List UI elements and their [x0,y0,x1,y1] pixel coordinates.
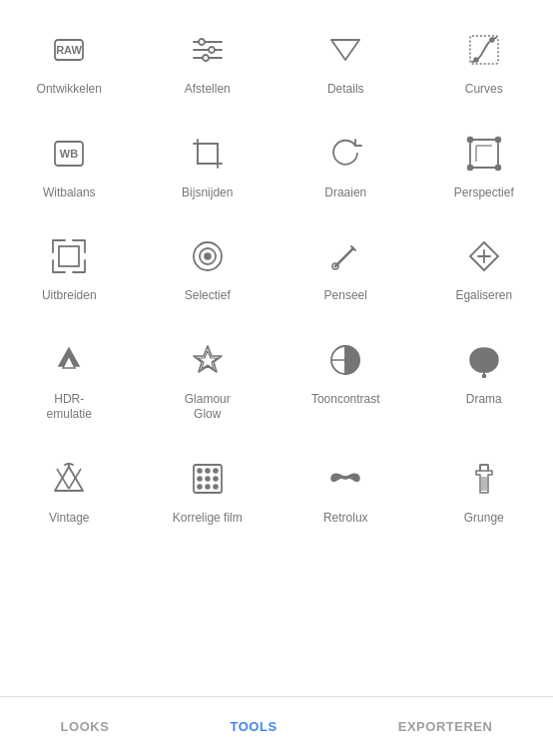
tool-label: HDR- emulatie [47,392,92,423]
tool-hdr-emulatie[interactable]: HDR- emulatie [0,320,139,439]
selective-icon [184,232,232,280]
tool-bijsnijden[interactable]: Bijsnijden [139,114,277,217]
raw-icon: RAW [45,26,93,74]
grain-icon [184,455,232,503]
tool-perspectief[interactable]: Perspectief [415,114,554,217]
svg-point-44 [206,469,210,473]
svg-marker-31 [194,346,222,372]
tool-drama[interactable]: Drama [415,320,554,439]
svg-point-25 [205,253,211,259]
tools-grid-container: RAW Ontwikkelen Afstellen [0,0,553,696]
tonecontrast-icon [321,336,369,384]
svg-marker-8 [331,40,359,60]
vintage-icon [45,455,93,503]
expand-icon [45,232,93,280]
retrolux-icon [321,455,369,503]
tool-label: Witbalans [43,186,96,201]
svg-rect-22 [59,246,79,266]
svg-point-47 [206,477,210,481]
svg-point-49 [198,485,202,489]
tool-tooncontrast[interactable]: Tooncontrast [276,320,415,439]
tool-details[interactable]: Details [276,10,415,114]
tool-label: Perspectief [454,186,514,201]
svg-point-11 [490,38,494,42]
svg-rect-52 [480,465,488,471]
tool-label: Drama [466,392,502,408]
tool-uitbreiden[interactable]: Uitbreiden [0,216,139,320]
tools-grid: RAW Ontwikkelen Afstellen [0,10,553,543]
tool-vintage[interactable]: Vintage [0,439,139,543]
tool-witbalans[interactable]: WB Witbalans [0,114,139,217]
tool-label: Uitbreiden [42,288,97,304]
svg-rect-14 [198,144,218,164]
healing-icon [460,232,508,280]
drama-icon [460,336,508,384]
tool-curves[interactable]: Curves [415,10,554,114]
wb-icon: WB [45,130,93,178]
svg-point-43 [198,469,202,473]
tool-afstellen[interactable]: Afstellen [139,10,277,114]
svg-point-51 [214,485,218,489]
perspective-icon [460,130,508,178]
tool-label: Bijsnijden [182,186,233,201]
tool-retrolux[interactable]: Retrolux [276,439,415,543]
tool-draaien[interactable]: Draaien [276,114,415,217]
svg-point-6 [209,47,215,53]
crop-icon [184,130,232,178]
tool-penseel[interactable]: Penseel [276,216,415,320]
tool-label: Details [327,82,364,98]
tool-label: Tooncontrast [311,392,380,408]
tool-grunge[interactable]: Grunge [415,439,554,543]
tool-glamour-glow[interactable]: Glamour Glow [139,320,277,439]
svg-point-18 [467,165,472,170]
tool-label: Draaien [324,186,366,201]
sliders-icon [184,26,232,74]
svg-point-37 [482,374,485,377]
nav-looks[interactable]: LOOKS [41,709,130,744]
tool-selectief[interactable]: Selectief [139,216,277,320]
triangle-down-icon [321,26,369,74]
tool-label: Curves [465,82,503,98]
svg-marker-38 [55,467,83,491]
rotate-icon [321,130,369,178]
svg-point-10 [474,58,478,62]
tool-label: Afstellen [185,82,231,98]
svg-point-48 [214,477,218,481]
svg-point-19 [495,165,500,170]
curves-icon [460,26,508,74]
tool-ontwikkelen[interactable]: RAW Ontwikkelen [0,10,139,114]
tool-egaliseren[interactable]: Egaliseren [415,216,554,320]
grunge-icon [460,455,508,503]
tool-label: Egaliseren [455,288,512,304]
tool-label: Retrolux [323,511,368,527]
nav-tools[interactable]: TOOLS [211,709,297,744]
tool-label: Ontwikkelen [37,82,102,98]
tool-korrelige-film[interactable]: Korrelige film [139,439,277,543]
bottom-navigation: LOOKS TOOLS EXPORTEREN [0,696,553,756]
glamour-icon [184,336,232,384]
tool-label: Selectief [185,288,231,304]
tool-label: Penseel [324,288,367,304]
svg-point-46 [198,477,202,481]
tool-label: Vintage [49,511,89,527]
svg-point-5 [199,39,205,45]
svg-point-50 [206,485,210,489]
tool-label: Glamour Glow [185,392,231,423]
tool-label: Grunge [464,511,504,527]
svg-point-17 [495,137,500,142]
tool-label: Korrelige film [173,511,243,527]
svg-point-7 [203,55,209,61]
brush-icon [321,232,369,280]
svg-point-45 [214,469,218,473]
hdr-icon [45,336,93,384]
svg-rect-15 [470,140,498,168]
svg-text:WB: WB [60,148,78,160]
svg-text:RAW: RAW [56,44,82,56]
nav-exporteren[interactable]: EXPORTEREN [378,709,513,744]
svg-point-16 [467,137,472,142]
